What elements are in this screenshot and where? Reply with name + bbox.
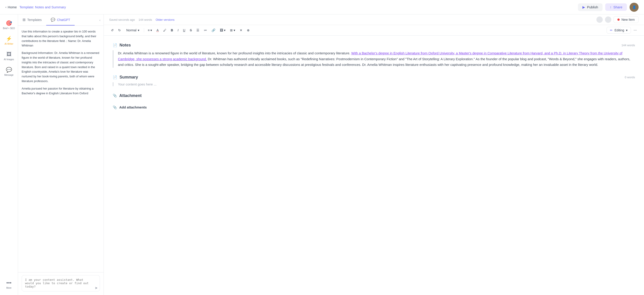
avatar[interactable]: 👤	[630, 3, 638, 12]
new-item-label: New Item	[622, 18, 635, 22]
message-icon: 💬	[6, 67, 12, 73]
share-button[interactable]: ↑ Share	[605, 4, 627, 11]
notes-content[interactable]: Dr. Amelia Whitman is a renowned figure …	[113, 50, 635, 68]
topbar-left: ‹ Home Template: Notes and Summary	[6, 5, 66, 9]
sidebar-item-ai-writer[interactable]: ⚡ AI Writer	[1, 34, 17, 47]
left-sidebar: 🎯 Brief + SEO ⚡ AI Writer 🖼 AI Images 💬 …	[0, 14, 18, 295]
summary-word-count: 0 words	[624, 76, 635, 79]
share-label: Share	[613, 5, 622, 9]
ai-images-icon: 🖼	[6, 52, 12, 57]
sidebar-item-ai-images[interactable]: 🖼 AI Images	[1, 49, 17, 63]
breadcrumb-title: Notes and Summary	[35, 5, 66, 9]
save-status: Saved seconds ago	[109, 18, 135, 22]
chat-input-area: ➤	[18, 272, 104, 295]
panel-content: Use this information to create a speaker…	[18, 26, 104, 272]
chat-message-2: Background Information: Dr. Amelia Whitm…	[22, 51, 100, 84]
sidebar-label-more: More	[6, 287, 12, 289]
panel: ⊞ Templates 💬 ChatGPT ‹ Use this informa…	[18, 14, 104, 295]
tab-chatgpt-label: ChatGPT	[57, 18, 70, 22]
topbar-right: ▶ Publish ↑ Share 👤	[578, 3, 638, 12]
editor-meta: Saved seconds ago 144 words Older versio…	[109, 18, 174, 22]
table-button[interactable]: ⊞ ▾	[228, 27, 237, 34]
summary-title-row: 📄 Summary	[113, 75, 138, 80]
notes-section: 📄 Notes 144 words Dr. Amelia Whitman is …	[113, 43, 635, 68]
toolbar: ↺ ↻ Normal ▾ ≡ ▾ A 🖊 B I U S ☰ ≔ 🔗 🖼 ▾ ⊞…	[104, 25, 644, 36]
editor-topbar: Saved seconds ago 144 words Older versio…	[104, 14, 644, 25]
ordered-list-button[interactable]: ≔	[202, 27, 209, 34]
link-button[interactable]: 🔗	[210, 27, 217, 34]
notes-before-underline: Dr. Amelia Whitman is a renowned figure …	[118, 51, 351, 55]
home-link[interactable]: ‹ Home	[6, 5, 17, 9]
add-attachment-icon: 📎	[113, 105, 117, 110]
summary-icon: 📄	[113, 75, 117, 80]
editor-actions: New Item	[596, 16, 638, 23]
tab-chatgpt[interactable]: 💬 ChatGPT	[46, 14, 75, 26]
sidebar-item-more[interactable]: ••• More	[1, 278, 17, 292]
strikethrough-button[interactable]: S	[188, 27, 194, 34]
sidebar-item-brief-seo[interactable]: 🎯 Brief + SEO	[1, 18, 17, 32]
attachment-header: 📎 Attachment	[113, 93, 635, 98]
brief-seo-icon: 🎯	[6, 20, 12, 26]
chatgpt-icon: 💬	[51, 18, 55, 22]
topbar: ‹ Home Template: Notes and Summary ▶ Pub…	[0, 0, 644, 14]
more-tools-button[interactable]: ⊕	[245, 27, 252, 34]
divider-1	[144, 28, 144, 32]
tab-templates-label: Templates	[27, 18, 42, 22]
sidebar-label-ai-images: AI Images	[4, 58, 14, 61]
summary-header: 📄 Summary 0 words	[113, 75, 635, 80]
new-item-dot	[618, 18, 620, 21]
new-item-button[interactable]: New Item	[614, 16, 638, 23]
undo-button[interactable]: ↺	[109, 27, 116, 34]
ai-writer-icon: ⚡	[6, 36, 12, 42]
chevron-left-icon: ‹	[6, 6, 6, 9]
bold-button[interactable]: B	[169, 27, 175, 34]
chat-message-3: Amelia pursued her passion for literatur…	[22, 86, 100, 96]
sidebar-item-message[interactable]: 💬 Message	[1, 65, 17, 78]
panel-collapse-button[interactable]: ‹	[96, 14, 104, 26]
align-button[interactable]: ≡ ▾	[146, 27, 154, 34]
publish-label: Publish	[587, 5, 598, 9]
collab-avatar-1[interactable]	[596, 16, 603, 23]
sidebar-label-message: Message	[4, 74, 14, 76]
attachment-section: 📎 Attachment	[113, 93, 635, 98]
notes-title-row: 📄 Notes	[113, 43, 131, 48]
attachment-icon: 📎	[113, 94, 117, 98]
toolbar-more-button[interactable]: ⋯	[632, 27, 638, 34]
main-layout: 🎯 Brief + SEO ⚡ AI Writer 🖼 AI Images 💬 …	[0, 14, 644, 295]
publish-button[interactable]: ▶ Publish	[578, 4, 602, 11]
collab-avatar-2[interactable]	[605, 16, 611, 23]
add-attachments-row[interactable]: 📎 Add attachments	[113, 105, 635, 110]
redo-button[interactable]: ↻	[116, 27, 123, 34]
underline-button[interactable]: U	[181, 27, 187, 34]
highlight-button[interactable]: 🖊	[162, 27, 168, 34]
image-button[interactable]: 🖼 ▾	[218, 27, 227, 34]
notes-body: Dr. Amelia Whitman is a renowned figure …	[118, 50, 635, 68]
style-selector[interactable]: Normal ▾	[124, 27, 142, 34]
italic-button[interactable]: I	[176, 27, 180, 34]
breadcrumb: Template: Notes and Summary	[20, 5, 66, 9]
word-count-meta: 144 words	[138, 18, 152, 22]
notes-icon: 📄	[113, 43, 117, 47]
summary-content[interactable]: Your content goes here ...	[113, 82, 635, 86]
clear-format-button[interactable]: ✕	[238, 27, 244, 34]
chat-send-button[interactable]: ➤	[95, 286, 98, 290]
bullet-list-button[interactable]: ☰	[194, 27, 201, 34]
panel-tabs: ⊞ Templates 💬 ChatGPT ‹	[18, 14, 104, 26]
chat-input[interactable]	[22, 275, 100, 292]
notes-title: Notes	[120, 43, 131, 48]
summary-placeholder: Your content goes here ...	[118, 82, 635, 86]
editor-area: Saved seconds ago 144 words Older versio…	[104, 14, 644, 295]
home-label: Home	[8, 5, 17, 9]
style-chevron-icon: ▾	[138, 28, 139, 32]
text-color-button[interactable]: A	[155, 27, 160, 34]
older-versions-link[interactable]: Older versions	[156, 18, 174, 22]
tab-templates[interactable]: ⊞ Templates	[18, 14, 46, 26]
editing-label: Editing	[614, 28, 624, 32]
editing-pencil-icon: ✏	[610, 28, 613, 32]
more-icon: •••	[6, 280, 12, 286]
share-icon: ↑	[610, 5, 612, 9]
editing-mode-button[interactable]: ✏ Editing ▾	[606, 27, 631, 34]
chat-input-wrapper: ➤	[22, 275, 100, 292]
attachment-title: Attachment	[119, 93, 142, 98]
notes-header: 📄 Notes 144 words	[113, 43, 635, 48]
